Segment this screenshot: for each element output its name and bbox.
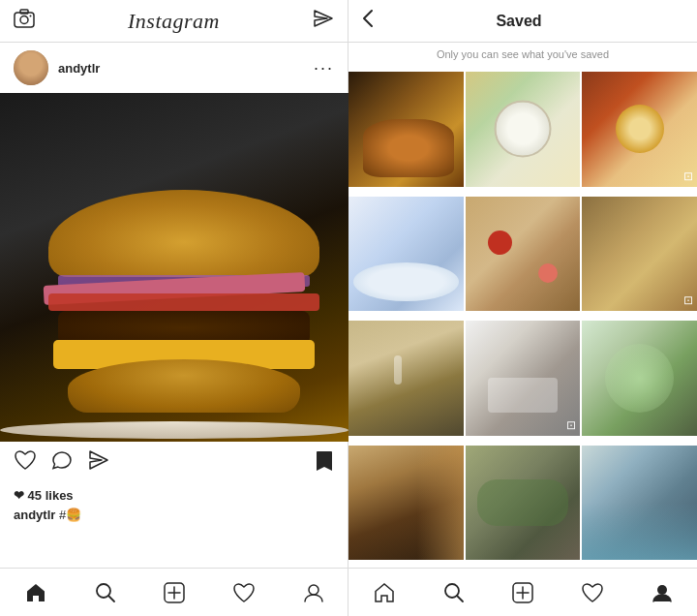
- left-header: Instagram: [0, 0, 348, 43]
- avatar[interactable]: [14, 50, 48, 85]
- instagram-logo: Instagram: [128, 9, 220, 34]
- svg-rect-2: [20, 10, 28, 14]
- post-actions: [0, 442, 348, 484]
- right-nav-search-icon[interactable]: [443, 582, 465, 603]
- share-icon[interactable]: [87, 449, 110, 477]
- right-nav-heart-icon[interactable]: [581, 582, 604, 603]
- grid-item-2[interactable]: [466, 72, 581, 187]
- back-button[interactable]: [362, 9, 374, 34]
- grid-item-12[interactable]: [582, 446, 697, 561]
- grid-item-8[interactable]: ⊡: [466, 321, 581, 436]
- grid-item-11[interactable]: [466, 446, 581, 561]
- right-nav-add-icon[interactable]: [512, 582, 533, 603]
- send-icon[interactable]: [313, 9, 334, 33]
- grid-item-5[interactable]: [466, 197, 581, 312]
- more-options-icon[interactable]: ···: [314, 58, 334, 78]
- left-panel: Instagram andytlr ···: [0, 0, 348, 616]
- svg-point-15: [657, 585, 667, 595]
- svg-point-9: [309, 585, 318, 595]
- right-nav-home-icon[interactable]: [373, 582, 396, 603]
- right-panel: Saved Only you can see what you've saved…: [348, 0, 697, 616]
- svg-point-1: [20, 16, 28, 24]
- svg-point-3: [30, 15, 32, 17]
- camera-badge-8: ⊡: [566, 418, 576, 432]
- likes-row: ❤ 45 likes: [0, 484, 348, 506]
- svg-line-5: [108, 596, 114, 601]
- svg-line-11: [457, 596, 463, 601]
- saved-grid: ⊡ ⊡ ⊡: [348, 72, 697, 568]
- camera-badge-3: ⊡: [683, 169, 693, 183]
- saved-title: Saved: [383, 13, 654, 30]
- grid-item-7[interactable]: [348, 321, 464, 436]
- nav-profile-icon[interactable]: [303, 582, 324, 603]
- right-bottom-nav: [348, 568, 697, 616]
- camera-badge-6: ⊡: [683, 293, 693, 307]
- caption-username[interactable]: andytlr: [14, 508, 55, 522]
- saved-subtitle: Only you can see what you've saved: [348, 43, 697, 72]
- username-label[interactable]: andytlr: [58, 61, 314, 76]
- svg-rect-0: [15, 13, 34, 27]
- nav-home-icon[interactable]: [24, 582, 47, 603]
- caption-text: #🍔: [59, 508, 81, 522]
- camera-icon[interactable]: [14, 9, 35, 33]
- post-image: [0, 93, 348, 442]
- right-header: Saved: [348, 0, 697, 43]
- grid-item-9[interactable]: [582, 321, 697, 436]
- caption-row: andytlr #🍔: [0, 506, 348, 524]
- like-icon[interactable]: [14, 449, 37, 477]
- grid-item-6[interactable]: ⊡: [582, 197, 697, 312]
- comment-icon[interactable]: [50, 449, 74, 477]
- grid-item-1[interactable]: [348, 72, 464, 187]
- user-row: andytlr ···: [0, 43, 348, 93]
- nav-add-icon[interactable]: [164, 582, 185, 603]
- bookmark-icon[interactable]: [315, 449, 334, 477]
- right-nav-profile-icon[interactable]: [652, 582, 673, 603]
- likes-count: ❤ 45 likes: [14, 488, 74, 503]
- grid-item-10[interactable]: [348, 446, 464, 561]
- nav-heart-icon[interactable]: [232, 582, 256, 603]
- nav-search-icon[interactable]: [95, 582, 116, 603]
- left-bottom-nav: [0, 568, 348, 616]
- grid-item-3[interactable]: ⊡: [582, 72, 697, 187]
- grid-item-4[interactable]: [348, 197, 464, 312]
